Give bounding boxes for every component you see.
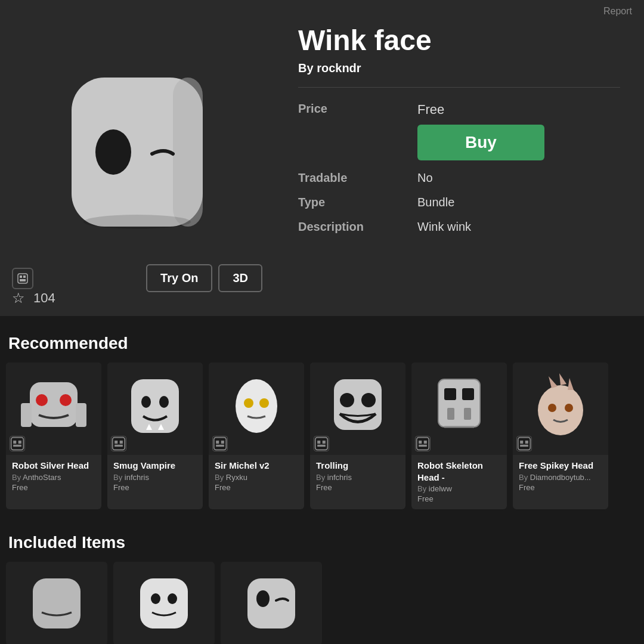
list-item[interactable] <box>113 562 215 644</box>
svg-point-62 <box>151 593 160 604</box>
list-item[interactable]: Robot Skeleton Head - By idelww Free <box>411 363 507 509</box>
list-item[interactable]: Trolling By infchris Free <box>310 363 405 509</box>
bundle-icon <box>111 436 126 451</box>
price-label: Price <box>298 102 417 116</box>
rec-thumb <box>513 363 608 455</box>
report-link[interactable]: Report <box>603 6 632 17</box>
svg-rect-24 <box>120 441 123 444</box>
list-item[interactable]: Free Spikey Head By Diamondboytub... Fre… <box>513 363 608 509</box>
rating-count: 104 <box>33 290 55 306</box>
divider <box>298 87 620 88</box>
svg-rect-30 <box>216 441 219 444</box>
tradable-label: Tradable <box>298 171 417 185</box>
recommended-section: Recommended Robot Silver Head By Ant <box>0 316 644 521</box>
rating-row: ☆ 104 <box>0 280 274 316</box>
rec-thumb <box>310 363 405 455</box>
svg-point-18 <box>141 396 151 408</box>
rec-thumb <box>6 363 101 455</box>
rec-creator: By idelww <box>417 484 501 493</box>
svg-point-55 <box>565 404 573 412</box>
svg-rect-16 <box>13 445 21 447</box>
svg-rect-6 <box>23 275 26 278</box>
item-title: Wink face <box>298 24 620 57</box>
svg-rect-23 <box>114 441 117 444</box>
list-item[interactable]: Robot Silver Head By AnthoStars Free <box>6 363 101 509</box>
bundle-icon <box>10 436 25 451</box>
tradable-value: No <box>417 171 433 185</box>
svg-rect-61 <box>140 578 188 628</box>
list-item[interactable] <box>6 562 107 644</box>
rec-creator-name: AnthoStars <box>23 473 61 482</box>
rec-item-name: Free Spikey Head <box>519 460 602 472</box>
rec-preview <box>221 373 292 445</box>
rec-item-name: Smug Vampire <box>113 460 197 472</box>
svg-rect-13 <box>11 438 24 450</box>
svg-rect-43 <box>447 408 454 420</box>
description-row: Description Wink wink <box>298 220 620 234</box>
svg-rect-41 <box>444 388 456 400</box>
inc-preview <box>134 574 194 633</box>
creator-name[interactable]: rockndr <box>317 61 361 75</box>
svg-rect-46 <box>417 438 429 450</box>
inc-thumb <box>6 562 107 644</box>
svg-rect-31 <box>221 441 224 444</box>
list-item[interactable]: Sir Michel v2 By Ryxku Free <box>209 363 304 509</box>
creator-prefix: By <box>298 61 314 75</box>
svg-marker-51 <box>549 376 558 388</box>
rec-price: Free <box>519 483 602 492</box>
svg-marker-53 <box>568 378 574 390</box>
inc-preview <box>242 574 301 633</box>
svg-rect-48 <box>424 441 427 444</box>
svg-rect-47 <box>419 441 422 444</box>
list-item[interactable] <box>221 562 322 644</box>
bundle-icon <box>212 436 228 451</box>
rec-creator: By infchris <box>316 473 400 482</box>
price-value: Free <box>417 102 544 117</box>
rec-creator: By Diamondboytub... <box>519 473 602 482</box>
svg-rect-32 <box>216 445 224 447</box>
svg-rect-40 <box>438 379 480 427</box>
rec-price: Free <box>417 494 501 503</box>
rec-preview <box>18 373 89 445</box>
rec-price: Free <box>113 483 197 492</box>
recommended-grid: Robot Silver Head By AnthoStars Free <box>6 363 638 509</box>
svg-point-54 <box>548 404 556 412</box>
rec-creator-name: idelww <box>429 484 452 493</box>
rec-item-name: Sir Michel v2 <box>215 460 298 472</box>
rec-preview <box>322 373 394 445</box>
top-section: Try On 3D ☆ 104 Report Wink face By rock… <box>0 0 644 316</box>
inc-preview <box>27 574 86 633</box>
svg-rect-38 <box>323 441 326 444</box>
info-table: Price Free Buy Tradable No Type Bundle D… <box>298 102 620 234</box>
bundle-icon <box>415 436 431 451</box>
svg-point-19 <box>159 396 169 408</box>
svg-rect-25 <box>114 445 123 447</box>
description-label: Description <box>298 220 417 234</box>
rec-creator-name: Ryxku <box>226 473 247 482</box>
svg-rect-12 <box>76 403 86 427</box>
buy-button[interactable]: Buy <box>417 125 544 160</box>
rec-price: Free <box>316 483 400 492</box>
bundle-icon <box>516 436 532 451</box>
description-value: Wink wink <box>417 220 471 234</box>
rec-price: Free <box>215 483 298 492</box>
rec-price: Free <box>12 483 95 492</box>
svg-rect-29 <box>214 438 227 450</box>
item-preview <box>42 45 233 271</box>
svg-point-9 <box>36 394 48 406</box>
svg-rect-15 <box>18 441 21 444</box>
type-value: Bundle <box>417 196 454 209</box>
svg-rect-39 <box>317 445 326 447</box>
rec-creator: By AnthoStars <box>12 473 95 482</box>
included-title: Included Items <box>6 533 638 552</box>
type-label: Type <box>298 196 417 209</box>
list-item[interactable]: Smug Vampire By infchris Free <box>107 363 203 509</box>
svg-point-35 <box>361 393 376 407</box>
wink-face-preview <box>54 66 221 250</box>
svg-rect-49 <box>419 445 427 447</box>
rec-preview <box>119 373 191 445</box>
rec-thumb <box>209 363 304 455</box>
type-row: Type Bundle <box>298 196 620 209</box>
rec-creator: By Ryxku <box>215 473 298 482</box>
svg-rect-44 <box>464 408 471 420</box>
